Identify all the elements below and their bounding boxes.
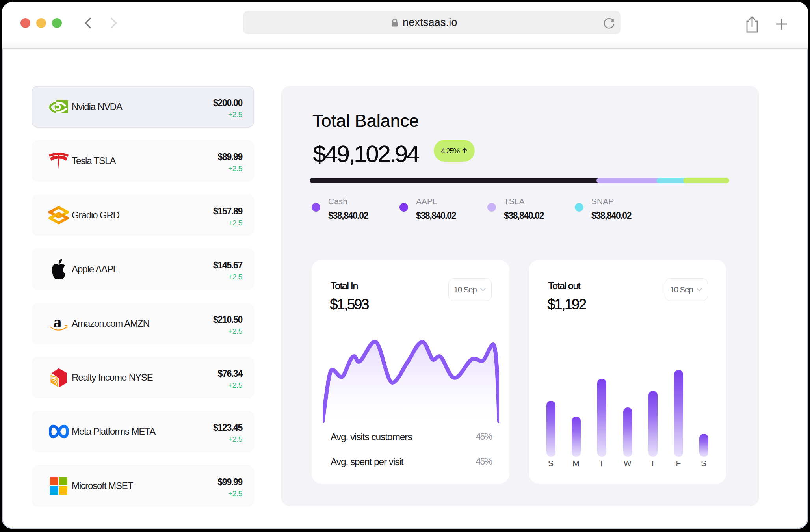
svg-text:a: a [53,315,62,331]
